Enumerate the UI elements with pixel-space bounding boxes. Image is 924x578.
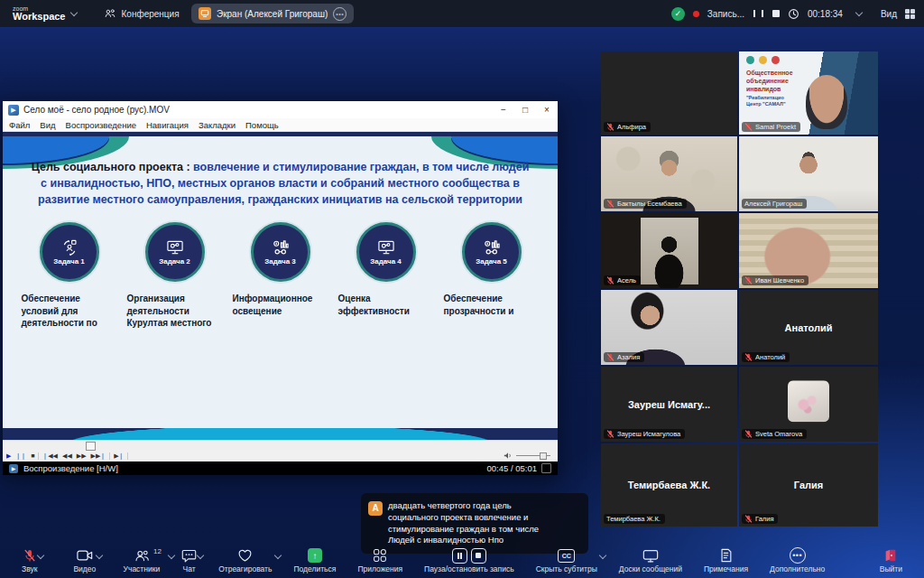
participant-tile-asel[interactable]: Асель xyxy=(601,213,737,288)
pause-stop-recording-button[interactable]: Пауза/остановить запись xyxy=(424,547,514,573)
slide-bottom-band xyxy=(3,428,558,440)
cc-icon: CC xyxy=(558,549,575,563)
captions-options-chevron-icon[interactable] xyxy=(599,552,606,559)
play-button[interactable]: ▶ xyxy=(6,452,11,460)
participant-tile-alfira[interactable]: Альфира xyxy=(601,51,737,135)
minimize-button[interactable]: − xyxy=(493,105,514,115)
mic-muted-icon xyxy=(606,200,614,208)
participant-tile-ivan[interactable]: Иван Шевченко xyxy=(739,213,878,288)
participants-count-badge: 12 xyxy=(153,547,162,555)
player-window-title: Село моё - село родное (рус).MOV xyxy=(23,105,493,115)
mic-muted-icon xyxy=(606,430,614,438)
task-desc: Информационное освещение xyxy=(233,293,328,317)
view-button-label[interactable]: Вид xyxy=(881,9,897,19)
rewind-button[interactable]: ◀◀ xyxy=(62,452,72,460)
mic-muted-icon xyxy=(606,123,614,131)
volume-control[interactable] xyxy=(504,452,558,460)
skip-end-button[interactable]: ▶▶❘ xyxy=(91,452,106,460)
screen-icon xyxy=(200,9,209,18)
mic-muted-icon xyxy=(744,276,753,284)
react-button[interactable]: Отреагировать xyxy=(218,547,272,573)
workspace-chevron-down-icon[interactable] xyxy=(69,9,77,16)
apps-button[interactable]: Приложения xyxy=(357,547,402,573)
volume-thumb[interactable] xyxy=(540,452,547,460)
caption-line: стимулирование граждан в том числе xyxy=(388,524,579,536)
pause-button[interactable]: ❘❘ xyxy=(15,452,26,460)
notes-button[interactable]: Примечания xyxy=(704,547,748,573)
caption-speaker-avatar: A xyxy=(368,501,383,516)
fast-forward-button[interactable]: ▶▶ xyxy=(77,452,87,460)
participant-name-label: Асель xyxy=(604,275,641,285)
participants-button[interactable]: 12 Участники xyxy=(124,547,161,573)
whiteboards-button[interactable]: Доски сообщений xyxy=(619,547,682,573)
mic-muted-icon xyxy=(744,430,753,438)
participant-tile-sveta[interactable]: Sveta Omarova xyxy=(739,367,878,442)
timer-chevron-down-icon[interactable] xyxy=(855,9,863,16)
menu-navigation[interactable]: Навигация xyxy=(146,120,189,130)
pause-recording-button[interactable] xyxy=(753,10,764,17)
seek-thumb[interactable] xyxy=(86,442,96,451)
caption-line: социального проекта вовлечение и xyxy=(388,512,579,524)
player-app-icon: ▶ xyxy=(8,105,19,116)
task-desc: Организация деятельности Курултая местно… xyxy=(127,293,223,330)
monitor-gears-icon xyxy=(166,239,184,256)
slide-title: Цель социального проекта : вовлечение и … xyxy=(32,159,530,208)
zoom-workspace-logo: zoom Workspace xyxy=(13,5,66,22)
leave-meeting-button[interactable]: Выйти xyxy=(880,547,902,573)
apps-icon xyxy=(373,548,387,563)
participant-tile-baktyly[interactable]: Бактылы Есембаева xyxy=(601,136,737,211)
task-item: Задача 3 Информационное освещение xyxy=(227,222,333,330)
frame-step-button[interactable]: ▶❘ xyxy=(114,452,124,460)
audio-options-chevron-icon[interactable] xyxy=(37,552,44,559)
chat-button[interactable]: Чат xyxy=(181,547,197,573)
record-dot-icon xyxy=(693,11,699,17)
player-controls: ▶ ❘❘ ■ ❘◀◀ ◀◀ ▶▶ ▶▶❘ ▶❘ xyxy=(3,450,558,461)
monitor-gears-icon xyxy=(377,239,395,256)
participant-tile-azaliya[interactable]: Азалия xyxy=(601,290,737,365)
player-title-bar[interactable]: ▶ Село моё - село родное (рус).MOV − □ × xyxy=(3,101,558,118)
menu-help[interactable]: Помощь xyxy=(245,120,279,130)
participant-tile-zauresh[interactable]: Зауреш Исмагу... Зауреш Исмагулова xyxy=(601,367,737,442)
video-options-chevron-icon[interactable] xyxy=(96,552,103,559)
share-tab-options-icon[interactable]: ••• xyxy=(333,7,346,21)
menu-playback[interactable]: Воспроизведение xyxy=(66,120,136,130)
participant-tile-aleksey-active-speaker[interactable]: Алексей Григораш xyxy=(739,136,878,211)
maximize-button[interactable]: □ xyxy=(514,105,536,115)
stop-button[interactable]: ■ xyxy=(31,452,34,459)
video-button[interactable]: Видео xyxy=(73,547,96,573)
seek-bar[interactable] xyxy=(3,440,558,450)
tab-meeting[interactable]: Конференция xyxy=(104,7,180,20)
participant-tile-galiya[interactable]: Галия Галия xyxy=(739,443,878,527)
stop-recording-button[interactable] xyxy=(772,10,780,17)
participant-name-label: Зауреш Исмагулова xyxy=(604,429,685,439)
task-circle-2: Задача 2 xyxy=(145,222,205,282)
captions-button[interactable]: CC Скрыть субтитры xyxy=(536,547,597,573)
menu-bookmarks[interactable]: Закладки xyxy=(199,120,236,130)
participant-tile-anatoliy[interactable]: Анатолий Анатолий xyxy=(739,290,878,365)
audio-button[interactable]: Звук xyxy=(22,547,37,573)
volume-slider[interactable] xyxy=(516,455,550,456)
participant-tile-samal-proekt[interactable]: Общественное объединение инвалидов "Реаб… xyxy=(739,51,878,135)
pause-record-icon[interactable] xyxy=(452,548,467,564)
skip-start-button[interactable]: ❘◀◀ xyxy=(42,452,58,460)
task-circle-1: Задача 1 xyxy=(40,222,99,282)
more-button[interactable]: ••• Дополнительно xyxy=(770,547,825,573)
frame-indicator-icon xyxy=(541,463,551,473)
menu-file[interactable]: Файл xyxy=(9,120,30,130)
react-options-chevron-icon[interactable] xyxy=(274,552,282,559)
tab-shared-screen-label: Экран (Алексей Григораш) xyxy=(217,9,328,19)
security-shield-icon[interactable]: ✓ xyxy=(671,7,685,21)
people-process-icon xyxy=(60,239,79,256)
participant-tile-temirbaeva[interactable]: Темирбаева Ж.К. Темирбаева Ж.К. xyxy=(601,443,737,527)
share-screen-button[interactable]: ↑ Поделиться xyxy=(293,547,336,573)
view-grid-icon[interactable] xyxy=(905,9,915,19)
participant-name-label: Темирбаева Ж.К. xyxy=(604,514,665,524)
mic-muted-icon xyxy=(606,276,614,284)
participants-options-chevron-icon[interactable] xyxy=(168,552,175,559)
menu-view[interactable]: Вид xyxy=(40,120,55,130)
close-button[interactable]: × xyxy=(536,105,558,115)
tab-shared-screen[interactable]: Экран (Алексей Григораш) ••• xyxy=(191,4,354,23)
chat-options-chevron-icon[interactable] xyxy=(197,552,204,559)
task-item: Задача 5 Обеспечение прозрачности и xyxy=(439,222,544,330)
stop-record-icon[interactable] xyxy=(471,548,486,564)
